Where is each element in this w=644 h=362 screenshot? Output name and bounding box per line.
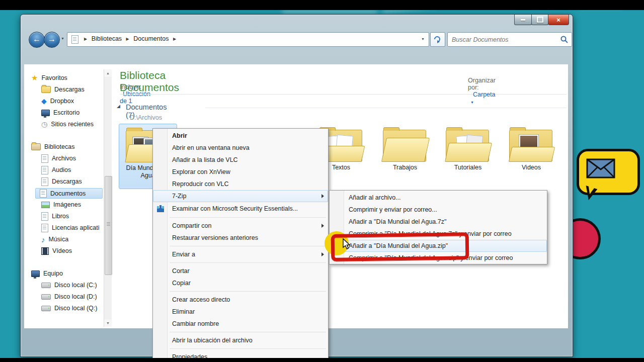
search-input[interactable] [451,34,553,45]
library-icon [41,212,48,221]
sidebar-item-archivos[interactable]: Archivos [41,153,76,163]
submenu-arrow-icon [321,194,324,198]
sidebar-item-disco-c[interactable]: Disco local (C:) [41,280,97,290]
security-essentials-icon [156,205,165,213]
menu-item-cambiar-nombre[interactable]: Cambiar nombre [153,318,328,330]
chevron-down-icon[interactable]: ▼ [470,101,474,104]
maximize-icon [537,17,543,23]
history-dropdown-icon[interactable]: ▼ [61,37,64,40]
menu-item-compartir-con[interactable]: Compartir con [153,220,328,232]
sidebar-item-libros[interactable]: Libros [41,211,69,221]
scroll-up-button[interactable]: ▲ [104,69,112,77]
address-bar[interactable]: ▶ Bibliotecas ▶ Documentos ▶ ▼ [67,32,429,47]
menu-separator [153,215,328,220]
sidebar-item-imagenes[interactable]: Imágenes [41,200,81,210]
sidebar-item-descargas-lib[interactable]: Descargas [41,176,82,187]
close-icon: × [556,16,560,24]
menu-item-cortar[interactable]: Cortar [153,265,328,277]
menu-item-eliminar[interactable]: Eliminar [153,306,328,318]
folder-icon-trabajos [383,127,427,162]
sidebar-item-disco-q[interactable]: Disco local (Q:) [41,303,97,313]
menu-item-7zip[interactable]: 7-Zip [153,190,328,202]
sidebar-item-label: Licencias aplicati [52,224,100,231]
back-button[interactable]: ← [29,32,45,48]
address-dropdown-icon[interactable]: ▼ [421,37,425,41]
menu-item-reproducir-vlc[interactable]: Reproducir con VLC [153,178,328,190]
breadcrumb-libraries[interactable]: Bibliotecas [92,35,122,42]
sidebar-item-documentos-selected[interactable]: Documentos [35,188,103,199]
includes-label: Incluye: [120,83,141,90]
includes-link[interactable]: Ubicación de 1 [120,90,150,105]
sidebar-item-label: Música [49,236,69,243]
menu-separator [153,289,328,294]
minimize-icon [521,19,525,21]
scroll-down-button[interactable]: ▼ [104,319,112,327]
folder-icon-tutoriales [446,127,490,162]
close-button[interactable]: × [548,15,569,25]
folder-tile-videos[interactable]: Videos [501,124,561,189]
submenu-item-comprimir-enviar[interactable]: Comprimir y enviar por correo... [330,204,547,216]
submenu-item-anadir-7z[interactable]: Añadir a "Día Mundial del Agua.7z" [330,216,547,228]
music-icon: ♪ [41,235,45,244]
menu-item-explorar-xnview[interactable]: Explorar con XnView [153,166,328,178]
sidebar-item-escritorio[interactable]: Escritorio [41,108,79,118]
search-box[interactable] [447,32,572,47]
sidebar-group-label: Favoritos [41,74,67,81]
submenu-item-anadir-al-archivo[interactable]: Añadir al archivo... [330,192,547,204]
arrange-label: Organizar por: [468,77,496,91]
folder-tile-tutoriales[interactable]: Tutoriales [438,124,498,189]
maximize-button[interactable] [531,15,548,25]
minimize-button[interactable] [514,15,532,25]
group-expander-icon[interactable]: ◢ [117,104,120,109]
sidebar-item-dropbox[interactable]: ◆ Dropbox [41,96,74,106]
breadcrumb-documents[interactable]: Documentos [133,35,169,42]
menu-item-crear-acceso-directo[interactable]: Crear acceso directo [153,294,328,306]
sidebar-item-label: Audios [52,166,71,173]
sidebar-group-bibliotecas[interactable]: Bibliotecas [31,142,74,152]
menu-item-abrir-ventana-nueva[interactable]: Abrir en una ventana nueva [153,142,328,154]
sidebar-item-audios[interactable]: Audios [41,165,71,175]
refresh-button[interactable] [430,32,445,47]
sidebar-item-licencias[interactable]: Licencias aplicati [41,223,100,233]
sidebar-item-label: Vídeos [52,247,72,254]
documents-icon [40,189,47,198]
sidebar-item-musica[interactable]: ♪ Música [41,234,68,244]
letterbox-bottom [0,358,644,362]
pictures-icon [41,202,50,208]
sidebar-scrollbar[interactable]: ▲ ▼ [104,69,112,327]
sidebar-group-label: Bibliotecas [44,143,74,150]
menu-item-anadir-lista-vlc[interactable]: Añadir a la lista de VLC [153,154,328,166]
mouse-cursor [342,238,353,250]
sidebar-group-favoritos[interactable]: ★ Favoritos [31,73,67,83]
menu-item-restaurar-versiones[interactable]: Restaurar versiones anteriores [153,232,328,244]
menu-separator [153,330,328,334]
menu-item-enviar-a[interactable]: Enviar a [153,248,328,260]
context-menu: Abrir Abrir en una ventana nueva Añadir … [152,128,329,362]
library-icon [41,166,48,174]
search-icon[interactable] [560,36,568,43]
sidebar-item-label: Disco local (Q:) [54,305,97,312]
folder-icon [41,86,51,93]
sidebar-item-videos[interactable]: Vídeos [41,246,72,256]
computer-icon [31,270,40,277]
sidebar-item-descargas[interactable]: Descargas [41,84,85,95]
menu-item-abrir[interactable]: Abrir [153,130,328,142]
sidebar-group-equipo[interactable]: Equipo [31,268,63,279]
group-divider [205,108,567,108]
sidebar-item-label: Libros [52,213,69,220]
menu-item-copiar[interactable]: Copiar [153,277,328,289]
sidebar-item-label: Sitios recientes [51,121,94,128]
library-icon [41,154,48,163]
menu-item-abrir-ubicacion[interactable]: Abrir la ubicación del archivo [153,334,328,346]
arrange-value[interactable]: Carpeta [473,91,495,98]
forward-button[interactable]: → [44,32,60,48]
sidebar-item-sitios-recientes[interactable]: ◷ Sitios recientes [41,119,94,129]
scrollbar-thumb[interactable] [105,176,112,275]
folder-tile-trabajos[interactable]: Trabajos [375,124,435,189]
drive-icon [41,294,51,300]
sidebar-item-label: Documentos [50,190,86,197]
sidebar-item-disco-d[interactable]: Disco local (D:) [41,292,97,302]
menu-item-examinar-mse[interactable]: Examinar con Microsoft Security Essentia… [153,202,328,215]
refresh-icon [433,35,441,43]
sidebar-item-label: Dropbox [50,98,74,105]
